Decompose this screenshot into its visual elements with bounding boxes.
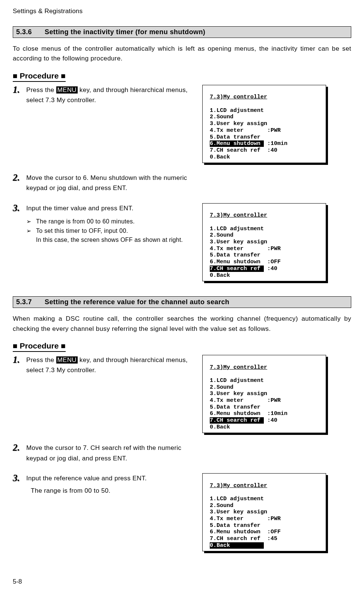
step-number: 3. [13,473,26,483]
lcd-line: :40 [264,266,277,272]
bullet-text: To set this timer to OFF, input 00. [36,226,128,236]
menu-key-badge: MENU [56,86,78,94]
lcd-line: :10min [264,140,287,147]
lcd-line: 6.Menu shutdown :10min [210,410,287,417]
lcd-line: :40 [264,417,277,424]
lcd-line: 5.Data transfer [210,522,260,529]
lcd-line-highlight: 0.Back [210,542,264,549]
step-text: Press the MENU key, and through hierarch… [26,85,191,105]
bullet-text: In this case, the screen shows OFF as sh… [36,235,183,245]
lcd-line: 5.Data transfer [210,134,260,140]
lcd-line: 4.Tx meter :PWR [210,246,281,252]
running-header: Settings & Registrations [13,8,351,15]
section-number: 5.3.6 [16,28,32,36]
lcd-line: 5.Data transfer [210,404,260,410]
lcd-line: 7.CH search ref :40 [210,147,277,154]
bullet-arrow-icon: ➢ [26,226,36,236]
lcd-line-highlight: 7.CH search ref [210,266,264,272]
step-number: 2. [13,443,26,452]
lcd-line: 2.Sound [210,114,233,120]
lcd-line: 4.Tx meter :PWR [210,516,281,522]
lcd-line: 1.LCD adjustment [210,226,264,232]
lcd-line: 3.User key assign [210,391,267,397]
lcd-line: 5.Data transfer [210,252,260,258]
lcd-line: 0.Back [210,424,230,430]
section-intro-536: To close menus of the controller automat… [13,44,351,64]
lcd-title: 7.3)My controller [210,364,267,371]
lcd-line: 1.LCD adjustment [210,107,264,114]
step-note: The range is from 00 to 50. [31,486,110,496]
step-text-pre: Press the [26,356,56,364]
lcd-line: 1.LCD adjustment [210,377,264,384]
lcd-title: 7.3)My controller [210,212,267,219]
lcd-line: 2.Sound [210,232,233,238]
step-text: Input the timer value and press ENT. ➢Th… [26,203,191,245]
lcd-screen-537-1: 7.3)My controller 1.LCD adjustment 2.Sou… [202,355,326,433]
lcd-line: 3.User key assign [210,121,267,127]
section-intro-537: When making a DSC routine call, the cont… [13,314,351,334]
lcd-line: 3.User key assign [210,509,267,515]
lcd-line: 2.Sound [210,502,233,509]
step-number: 2. [13,173,26,182]
section-number: 5.3.7 [16,298,32,306]
step-number: 1. [13,355,26,364]
section-title: Setting the reference value for the chan… [45,298,229,306]
step-text: Move the cursor to 6. Menu shutdown with… [26,173,191,193]
lcd-title: 7.3)My controller [210,483,267,489]
lcd-line: 4.Tx meter :PWR [210,127,281,134]
menu-key-badge: MENU [56,356,78,364]
section-bar-536: 5.3.6 Setting the inactivity timer (for … [13,26,351,38]
step-text: Input the reference value and press ENT. [26,473,147,483]
lcd-line: 2.Sound [210,384,233,391]
lcd-title: 7.3)My controller [210,94,267,100]
lcd-line: 6.Menu shutdown :OFF [210,529,281,535]
bullet-arrow-icon: ➢ [26,217,36,226]
lcd-line: 0.Back [210,154,230,160]
lcd-line: 4.Tx meter :PWR [210,397,281,404]
lcd-screen-536-2: 7.3)My controller 1.LCD adjustment 2.Sou… [202,203,326,282]
lcd-line: 3.User key assign [210,239,267,245]
lcd-line: 6.Menu shutdown :OFF [210,259,281,265]
procedure-heading-537: ■ Procedure ■ [13,341,66,352]
section-bar-537: 5.3.7 Setting the reference value for th… [13,296,351,308]
section-title: Setting the inactivity timer (for menu s… [45,28,205,36]
lcd-line: 1.LCD adjustment [210,496,264,502]
lcd-screen-537-2: 7.3)My controller 1.LCD adjustment 2.Sou… [202,473,326,552]
step-number: 1. [13,85,26,94]
bullet-text: The range is from 00 to 60 minutes. [36,217,135,226]
step-text-pre: Press the [26,86,56,94]
lcd-screen-536-1: 7.3)My controller 1.LCD adjustment 2.Sou… [202,85,326,163]
page-number: 5-8 [13,578,22,585]
lcd-line-highlight: 7.CH search ref [210,417,264,424]
lcd-line: 0.Back [210,272,230,279]
step-number: 3. [13,203,26,213]
step-text: Press the MENU key, and through hierarch… [26,355,191,375]
lcd-line: 7.CH search ref :45 [210,536,277,542]
step-text: Move the cursor to 7. CH search ref with… [26,443,191,463]
lcd-line-highlight: 6.Menu shutdown [210,140,264,147]
procedure-heading-536: ■ Procedure ■ [13,71,66,82]
step-text-main: Input the timer value and press ENT. [26,203,191,213]
